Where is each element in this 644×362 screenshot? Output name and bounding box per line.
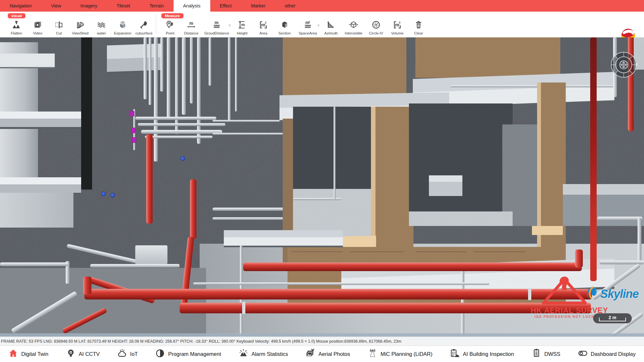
- pipe-red-riser: [590, 37, 597, 281]
- concrete-sill: [224, 230, 343, 237]
- tool-viewshed[interactable]: ViewShed: [70, 19, 91, 35]
- nav-ai-building-inspection[interactable]: AI Building Inspection: [450, 348, 514, 359]
- menu-effect[interactable]: Effect: [210, 0, 242, 12]
- pipe-gray: [213, 120, 291, 122]
- chevron-down-icon[interactable]: ∨: [228, 23, 231, 27]
- intervisible-icon: [349, 19, 358, 30]
- nav-mic-planning-lidar[interactable]: MiC Planning (LiDAR): [368, 348, 432, 359]
- space-area-icon: m2: [303, 19, 312, 30]
- scale-bar-line: [599, 318, 626, 321]
- compass-navigation[interactable]: N: [610, 51, 638, 79]
- tool-space-area[interactable]: m2 SpaceArea ∨: [295, 19, 320, 35]
- brown-column: [371, 107, 413, 265]
- drone-photos-icon: [306, 348, 315, 359]
- concrete-block: [0, 193, 73, 228]
- compass-north-label: N: [635, 63, 638, 66]
- valve-magenta: [131, 128, 135, 133]
- menu-navigation[interactable]: Navigation: [0, 0, 42, 12]
- pipe-red-riser: [190, 179, 196, 239]
- hk-survey-logo-icon: [540, 275, 589, 305]
- application-window: Navigation View Imagery Tileset Terrain …: [0, 0, 644, 362]
- tool-volume[interactable]: m3 Volume: [387, 19, 408, 35]
- menu-analysis[interactable]: Analysis: [174, 0, 210, 12]
- nav-alarm-statistics[interactable]: Alarm Statistics: [239, 348, 288, 359]
- tool-label: Area: [260, 31, 267, 35]
- tool-label: SpaceArea: [299, 31, 317, 35]
- tool-height[interactable]: m Height: [232, 19, 253, 35]
- tool-intervisible[interactable]: Intervisible: [342, 19, 365, 35]
- tool-label: Volume: [391, 31, 403, 35]
- brown-wall: [415, 37, 560, 78]
- svg-text:m: m: [241, 22, 245, 27]
- pipe-gray: [597, 217, 642, 220]
- hk-survey-subtitle: IGS PROFESSION NOT LUCK: [531, 315, 598, 318]
- nav-digital-twin[interactable]: Digital Twin: [8, 348, 48, 359]
- pipe-collar: [242, 302, 245, 314]
- valve-blue: [180, 156, 185, 161]
- pipe-gray: [461, 263, 464, 337]
- tool-label: Intervisible: [345, 31, 363, 35]
- pipe-gray: [638, 218, 641, 263]
- menu-view[interactable]: View: [42, 0, 71, 12]
- menu-marker[interactable]: Marker: [241, 0, 275, 12]
- pipe-red-run-upper: [243, 262, 582, 271]
- top-menu-bar: Navigation View Imagery Tileset Terrain …: [0, 0, 644, 12]
- tool-video[interactable]: Video: [27, 19, 48, 35]
- viewport-3d[interactable]: HK AERIAL SURVEY IGS PROFESSION NOT LUCK…: [0, 37, 644, 337]
- wall-groove: [349, 251, 404, 252]
- nav-dwss[interactable]: DWSS: [532, 348, 561, 359]
- nav-aerial-photos[interactable]: Aerial Photos: [306, 348, 350, 359]
- tool-label: Azimuth: [324, 31, 338, 35]
- tool-point[interactable]: Point: [159, 19, 181, 35]
- pipe-gray: [167, 37, 170, 120]
- clipboard-helmet-icon: [450, 348, 459, 359]
- nav-iot[interactable]: IoT: [117, 348, 138, 359]
- tool-ground-distance[interactable]: m GroudDistance ∨: [202, 19, 232, 35]
- tool-section[interactable]: Section: [274, 19, 295, 35]
- tool-distance[interactable]: m Distance: [181, 19, 202, 35]
- pipe-gray: [90, 264, 180, 268]
- tool-azimuth[interactable]: Azimuth: [320, 19, 342, 35]
- tool-circle-iv[interactable]: Circle-IV: [365, 19, 387, 35]
- valve-magenta: [130, 111, 134, 116]
- measure-badge: Measure: [161, 13, 184, 18]
- tool-area[interactable]: m2 Area: [253, 19, 274, 35]
- menu-imagery[interactable]: Imagery: [71, 0, 107, 12]
- pipe-red-run-lower: [180, 303, 591, 313]
- toolbar-group-visual: visual Flatten Video Cut ViewShed water: [0, 12, 155, 35]
- nav-label: Alarm Statistics: [251, 351, 288, 357]
- height-icon: m: [238, 19, 247, 30]
- tool-cutsurface[interactable]: cutsurface: [133, 19, 155, 35]
- nav-program-management[interactable]: Program Management: [155, 348, 221, 359]
- viewshed-icon: [76, 19, 85, 30]
- nav-label: Dashboard Display: [591, 351, 636, 357]
- tool-water[interactable]: water: [91, 19, 112, 35]
- tool-cut[interactable]: Cut: [48, 19, 70, 35]
- status-bar: FRAME RATE: 53 FPS LNG: 838946.50 M LAT:…: [0, 337, 644, 346]
- concrete-slab: [0, 177, 81, 184]
- concrete-pillar: [502, 124, 537, 226]
- menu-tileset[interactable]: Tileset: [107, 0, 140, 12]
- section-icon: [280, 19, 289, 30]
- concrete-sill-front: [224, 237, 343, 246]
- brown-wall: [283, 37, 406, 99]
- video-icon: [33, 19, 42, 30]
- menu-other[interactable]: other: [275, 0, 305, 12]
- alarm-siren-icon: [239, 348, 248, 359]
- cctv-icon: [66, 348, 76, 359]
- nav-ai-cctv[interactable]: AI CCTV: [66, 348, 100, 359]
- tool-expansion[interactable]: Expansion: [112, 19, 133, 35]
- toolbar-separator: [156, 14, 156, 34]
- visual-badge: visual: [8, 13, 25, 18]
- tool-flatten[interactable]: Flatten: [6, 19, 27, 35]
- concrete-step-front: [563, 195, 644, 226]
- nav-dashboard-display[interactable]: Dashboard Display: [578, 348, 636, 359]
- menu-terrain[interactable]: Terrain: [140, 0, 173, 12]
- tool-clear[interactable]: Clear: [408, 19, 429, 35]
- chevron-down-icon[interactable]: ∨: [317, 23, 320, 27]
- scene-bottom-strip: [0, 333, 644, 337]
- pipe-gray: [160, 37, 163, 92]
- tool-label: Point: [166, 31, 174, 35]
- skyline-logo-icon: [586, 286, 600, 302]
- pie-circle-icon: [155, 348, 165, 359]
